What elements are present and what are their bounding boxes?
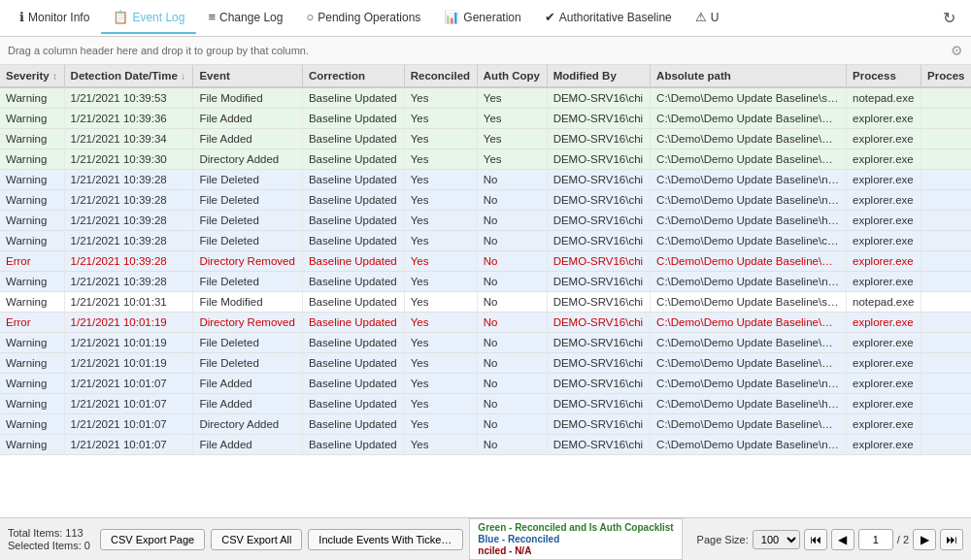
- nav-item-event-log[interactable]: 📋 Event Log: [101, 2, 196, 34]
- table-cell: C:\Demo\Demo Update Baseline\nmasnt.dll: [651, 170, 847, 190]
- next-page-button[interactable]: ▶: [913, 529, 936, 550]
- nav-item-authoritative-baseline[interactable]: ✔ Authoritative Baseline: [533, 2, 684, 34]
- first-page-button[interactable]: ⏮: [804, 529, 827, 550]
- table-cell: File Modified: [193, 292, 303, 313]
- nav-item-generation[interactable]: 📊 Generation: [432, 2, 532, 34]
- table-row[interactable]: Error1/21/2021 10:01:19Directory Removed…: [0, 313, 971, 333]
- nav-label-pending-operations: Pending Operations: [318, 11, 420, 24]
- prev-page-button[interactable]: ◀: [831, 529, 854, 550]
- table-row[interactable]: Warning1/21/2021 10:01:07File AddedBasel…: [0, 374, 971, 394]
- refresh-button[interactable]: ↻: [935, 5, 963, 31]
- table-cell: Yes: [404, 211, 477, 231]
- col-process2[interactable]: Proces: [921, 65, 971, 87]
- table-row[interactable]: Warning1/21/2021 10:01:19File DeletedBas…: [0, 353, 971, 374]
- table-cell: Warning: [0, 231, 64, 251]
- table-cell: Warning: [0, 87, 64, 109]
- footer-totals: Total Items: 113 Selected Items: 0: [8, 527, 94, 551]
- page-size-select[interactable]: 102550100250: [753, 530, 800, 549]
- table-row[interactable]: Warning1/21/2021 10:39:36File AddedBasel…: [0, 109, 971, 129]
- table-cell: [921, 292, 971, 313]
- table-cell: DEMO-SRV16\chi: [547, 394, 650, 414]
- table-cell: DEMO-SRV16\chi: [547, 211, 650, 231]
- table-cell: Baseline Updated: [302, 313, 404, 333]
- col-detection-date[interactable]: Detection Date/Time ↓: [64, 65, 193, 87]
- col-absolute-path[interactable]: Absolute path: [651, 65, 847, 87]
- table-header-row: Severity ↕ Detection Date/Time ↓ Event C…: [0, 65, 971, 87]
- table-row[interactable]: Warning1/21/2021 10:01:19File DeletedBas…: [0, 333, 971, 353]
- nav-item-monitor-info[interactable]: ℹ Monitor Info: [8, 2, 101, 34]
- table-row[interactable]: Warning1/21/2021 10:39:28File DeletedBas…: [0, 272, 971, 292]
- table-cell: Baseline Updated: [302, 414, 404, 435]
- nav-label-monitor-info: Monitor Info: [28, 11, 89, 24]
- table-cell: Warning: [0, 170, 64, 190]
- footer: Total Items: 113 Selected Items: 0 CSV E…: [0, 517, 971, 560]
- table-row[interactable]: Warning1/21/2021 10:01:07Directory Added…: [0, 414, 971, 435]
- last-page-button[interactable]: ⏭: [940, 529, 963, 550]
- csv-export-all-button[interactable]: CSV Export All: [211, 529, 302, 550]
- table-cell: Error: [0, 251, 64, 272]
- table-cell: C:\Demo\Demo Update Baseline\New folder: [651, 313, 847, 333]
- settings-icon[interactable]: ⚙: [951, 43, 963, 58]
- col-reconciled[interactable]: Reconciled: [404, 65, 477, 87]
- selected-items-label: Selected Items: 0: [8, 540, 90, 551]
- nav-item-change-log[interactable]: ≡ Change Log: [196, 2, 294, 34]
- col-severity[interactable]: Severity ↕: [0, 65, 64, 87]
- table-cell: DEMO-SRV16\chi: [547, 87, 650, 109]
- col-auth-copy[interactable]: Auth Copy: [477, 65, 547, 87]
- page-number-input[interactable]: [858, 529, 893, 550]
- nav-label-generation: Generation: [463, 11, 520, 24]
- table-cell: 1/21/2021 10:39:28: [64, 190, 193, 211]
- table-cell: Yes: [404, 170, 477, 190]
- table-row[interactable]: Warning1/21/2021 10:39:53File ModifiedBa…: [0, 87, 971, 109]
- table-cell: 1/21/2021 10:01:19: [64, 353, 193, 374]
- table-cell: DEMO-SRV16\chi: [547, 333, 650, 353]
- table-cell: File Deleted: [193, 353, 303, 374]
- table-row[interactable]: Warning1/21/2021 10:39:28File DeletedBas…: [0, 190, 971, 211]
- table-row[interactable]: Warning1/21/2021 10:01:07File AddedBasel…: [0, 394, 971, 414]
- table-row[interactable]: Warning1/21/2021 10:01:07File AddedBasel…: [0, 435, 971, 455]
- table-row[interactable]: Warning1/21/2021 10:39:34File AddedBasel…: [0, 129, 971, 149]
- table-cell: Warning: [0, 129, 64, 149]
- table-cell: explorer.exe: [847, 109, 921, 129]
- col-correction[interactable]: Correction: [302, 65, 404, 87]
- table-cell: C:\Demo\Demo Update Baseline\New Rich Te…: [651, 353, 847, 374]
- table-cell: Yes: [477, 149, 547, 170]
- table-cell: Yes: [404, 374, 477, 394]
- include-events-button[interactable]: Include Events With Ticket Associatio...: [308, 529, 463, 550]
- col-event[interactable]: Event: [193, 65, 303, 87]
- table-wrapper[interactable]: Severity ↕ Detection Date/Time ↓ Event C…: [0, 65, 971, 517]
- table-row[interactable]: Warning1/21/2021 10:39:28File DeletedBas…: [0, 211, 971, 231]
- table-cell: Yes: [404, 394, 477, 414]
- table-cell: DEMO-SRV16\chi: [547, 251, 650, 272]
- table-cell: C:\Demo\Demo Update Baseline\h323cc.dll: [651, 394, 847, 414]
- table-cell: No: [477, 333, 547, 353]
- table-cell: DEMO-SRV16\chi: [547, 129, 650, 149]
- table-row[interactable]: Warning1/21/2021 10:39:30Directory Added…: [0, 149, 971, 170]
- table-cell: Yes: [404, 292, 477, 313]
- table-cell: DEMO-SRV16\chi: [547, 190, 650, 211]
- col-modified-by[interactable]: Modified By: [547, 65, 650, 87]
- table-cell: DEMO-SRV16\chi: [547, 109, 650, 129]
- table-cell: Directory Removed: [193, 313, 303, 333]
- table-cell: explorer.exe: [847, 170, 921, 190]
- csv-export-page-button[interactable]: CSV Export Page: [100, 529, 205, 550]
- nav-item-alert[interactable]: ⚠ U: [684, 2, 731, 34]
- table-cell: [921, 374, 971, 394]
- pending-operations-icon: ○: [306, 10, 314, 24]
- table-row[interactable]: Warning1/21/2021 10:01:31File ModifiedBa…: [0, 292, 971, 313]
- nav-item-pending-operations[interactable]: ○ Pending Operations: [294, 2, 432, 34]
- table-cell: explorer.exe: [847, 272, 921, 292]
- col-process[interactable]: Process: [847, 65, 921, 87]
- table-cell: [921, 211, 971, 231]
- table-cell: 1/21/2021 10:39:53: [64, 87, 193, 109]
- table-row[interactable]: Warning1/21/2021 10:39:28File DeletedBas…: [0, 170, 971, 190]
- table-cell: Warning: [0, 435, 64, 455]
- table-row[interactable]: Error1/21/2021 10:39:28Directory Removed…: [0, 251, 971, 272]
- table-cell: 1/21/2021 10:39:28: [64, 231, 193, 251]
- table-cell: 1/21/2021 10:39:34: [64, 129, 193, 149]
- table-cell: Baseline Updated: [302, 353, 404, 374]
- table-cell: No: [477, 353, 547, 374]
- table-cell: File Added: [193, 374, 303, 394]
- table-row[interactable]: Warning1/21/2021 10:39:28File DeletedBas…: [0, 231, 971, 251]
- table-cell: Directory Removed: [193, 251, 303, 272]
